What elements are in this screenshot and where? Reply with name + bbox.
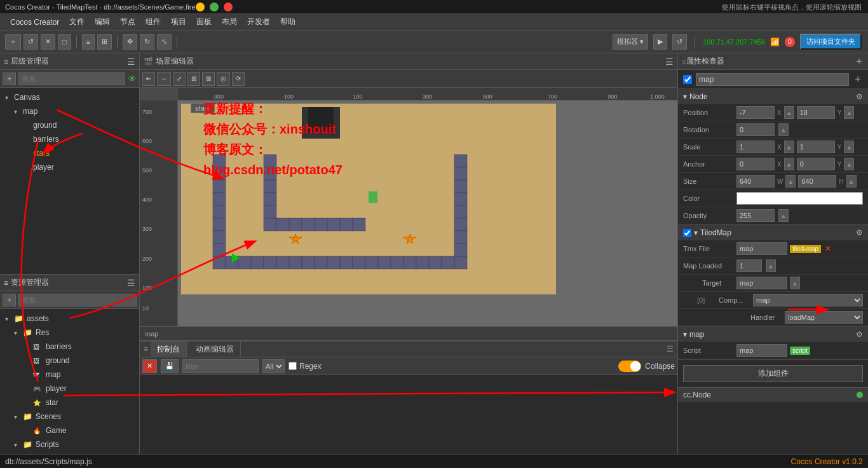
console-menu-icon[interactable]: ☰: [667, 345, 674, 354]
tmx-file-clear-btn[interactable]: ✕: [825, 244, 831, 253]
script-input[interactable]: [736, 344, 787, 357]
scene-canvas[interactable]: -300 -100 100 300 500 700 900 1,000 700 …: [140, 88, 677, 326]
asset-barriers[interactable]: 🖼 barriers: [0, 340, 139, 354]
scene-tool5[interactable]: ⊠: [202, 72, 215, 86]
tree-ground[interactable]: ground: [0, 118, 139, 132]
node-gear-icon[interactable]: ⚙: [856, 92, 863, 101]
scene-tool2[interactable]: ↔: [157, 72, 171, 86]
pos-x-stepper-up[interactable]: ▲: [784, 106, 794, 119]
asset-res[interactable]: ▾ 📁 Res: [0, 326, 139, 340]
opacity-input[interactable]: [736, 209, 775, 222]
close-btn[interactable]: [224, 3, 233, 11]
scene-tool1[interactable]: ⇤: [142, 72, 155, 86]
add-node-btn[interactable]: ＋: [5, 34, 21, 50]
map-script-gear[interactable]: ⚙: [856, 330, 863, 339]
play-btn[interactable]: ▶: [653, 34, 667, 50]
size-w-input[interactable]: [736, 175, 775, 188]
asset-player[interactable]: 🎮 player: [0, 382, 139, 396]
rotate-btn[interactable]: ↻: [140, 34, 154, 50]
asset-game[interactable]: 🔥 Game: [0, 423, 139, 437]
layer-manager-menu-icon[interactable]: ☰: [127, 57, 135, 67]
menu-cocos[interactable]: Cocos Creator: [5, 17, 64, 28]
scale-y-input[interactable]: [797, 141, 835, 153]
node-enable-checkbox[interactable]: [683, 75, 692, 84]
color-picker[interactable]: [736, 192, 863, 205]
animation-tab[interactable]: 动画编辑器: [189, 341, 241, 357]
anchor-y-stepper[interactable]: ▲: [844, 158, 854, 170]
expand-btn[interactable]: □: [58, 34, 71, 50]
tiledmap-enable-checkbox[interactable]: [683, 229, 691, 237]
tree-canvas[interactable]: ▾ Canvas: [0, 90, 139, 104]
scene-tool4[interactable]: ⊞: [187, 72, 200, 86]
console-filter-input[interactable]: [182, 359, 259, 373]
menu-dev[interactable]: 开发者: [242, 15, 275, 29]
menu-edit[interactable]: 编辑: [90, 15, 115, 29]
tiledmap-section-header[interactable]: ▾ TiledMap ⚙: [678, 225, 868, 240]
minimize-btn[interactable]: [196, 3, 205, 11]
handler-select[interactable]: loadMap: [785, 311, 863, 324]
scale-btn[interactable]: ⤡: [157, 34, 172, 50]
layer-eye-icon[interactable]: 👁: [128, 74, 137, 84]
node-section-header[interactable]: ▾ Node ⚙: [678, 89, 868, 104]
asset-assets[interactable]: ▾ 📁 assets: [0, 312, 139, 326]
save-log-btn[interactable]: 💾: [161, 359, 179, 373]
menu-layout[interactable]: 布局: [217, 15, 242, 29]
add-component-btn[interactable]: 添加组件: [683, 365, 863, 382]
console-level-select[interactable]: All: [262, 359, 285, 373]
refresh-btn[interactable]: ↺: [24, 34, 38, 50]
asset-manager-menu-icon[interactable]: ☰: [127, 278, 135, 288]
scene-tool6[interactable]: ◎: [217, 72, 230, 86]
clear-console-btn[interactable]: ✕: [142, 359, 157, 373]
grid-btn[interactable]: ⊞: [97, 34, 112, 50]
target-stepper[interactable]: ▲: [790, 277, 800, 289]
maximize-btn[interactable]: [210, 3, 219, 11]
asset-ground[interactable]: 🖼 ground: [0, 354, 139, 368]
simulator-btn[interactable]: 模拟器 ▾: [613, 34, 648, 50]
tree-player[interactable]: player: [0, 160, 139, 174]
notification-badge[interactable]: 0: [785, 37, 795, 47]
node-name-input[interactable]: [696, 73, 849, 86]
map-script-section-header[interactable]: ▾ map ⚙: [678, 327, 868, 342]
scale-x-stepper[interactable]: ▲: [784, 141, 794, 153]
menu-panel[interactable]: 面板: [191, 15, 217, 29]
map-loaded-stepper[interactable]: ▲: [766, 259, 776, 272]
scene-tool3[interactable]: ⤢: [173, 72, 186, 86]
tree-barriers[interactable]: barriers: [0, 132, 139, 146]
target-input[interactable]: [736, 277, 787, 289]
collapse-toggle[interactable]: Collapse: [618, 361, 675, 372]
scene-menu-icon[interactable]: ☰: [665, 57, 674, 67]
list-btn[interactable]: ≡: [82, 34, 95, 50]
asset-star[interactable]: ⭐ star: [0, 396, 139, 410]
scene-tool7[interactable]: ⟳: [232, 72, 245, 86]
menu-project[interactable]: 项目: [166, 15, 191, 29]
layer-search-input[interactable]: [18, 72, 125, 85]
rotation-stepper[interactable]: ▲: [778, 123, 789, 136]
map-loaded-input[interactable]: [736, 259, 762, 272]
anchor-x-input[interactable]: [736, 158, 775, 170]
menu-help[interactable]: 帮助: [275, 15, 301, 29]
rotation-input[interactable]: [736, 123, 775, 136]
anchor-x-stepper[interactable]: ▲: [784, 158, 794, 170]
visit-project-btn[interactable]: 访问项目文件夹: [800, 34, 862, 50]
inspector-add-icon[interactable]: ＋: [854, 55, 864, 68]
inspector-add-btn[interactable]: ＋: [853, 72, 863, 86]
tiledmap-gear-icon[interactable]: ⚙: [856, 228, 863, 237]
scale-x-input[interactable]: [736, 141, 775, 153]
asset-map[interactable]: 🗺 map: [0, 368, 139, 382]
asset-search-input[interactable]: [18, 294, 137, 306]
opacity-stepper[interactable]: ▲: [778, 209, 789, 222]
collapse-track[interactable]: [618, 361, 641, 372]
comp-select[interactable]: map: [753, 294, 863, 306]
regex-check[interactable]: [288, 362, 297, 370]
tmx-file-input[interactable]: [736, 242, 787, 255]
size-h-input[interactable]: [798, 175, 836, 188]
layer-add-btn[interactable]: ＋: [3, 72, 16, 85]
asset-add-btn[interactable]: ＋: [3, 294, 16, 306]
pos-y-stepper[interactable]: ▲: [844, 106, 854, 119]
asset-scripts[interactable]: ▾ 📁 Scripts: [0, 437, 139, 451]
asset-scenes[interactable]: ▾ 📁 Scenes: [0, 410, 139, 423]
scale-y-stepper[interactable]: ▲: [844, 141, 854, 153]
move-btn[interactable]: ✥: [123, 34, 137, 50]
map-canvas[interactable]: stars: [178, 100, 677, 326]
size-w-stepper[interactable]: ▲: [785, 175, 796, 188]
